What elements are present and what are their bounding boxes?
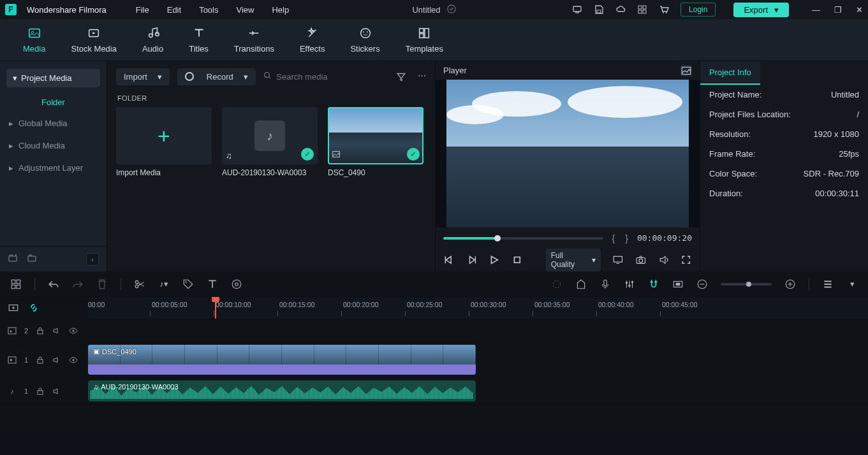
split-icon[interactable] xyxy=(134,278,145,290)
ribbon-audio[interactable]: Audio xyxy=(142,26,163,54)
svg-point-16 xyxy=(366,31,367,32)
audio-clip[interactable]: ♫AUD-20190130-WA0003 xyxy=(88,380,476,401)
browser-toolbar: Import▾ Record▾ ⋯ xyxy=(107,61,435,92)
project-info-tab[interactable]: Project Info xyxy=(700,61,760,85)
sidebar-adjustment[interactable]: ▸Adjustment Layer xyxy=(0,157,107,179)
minimize-button[interactable]: — xyxy=(812,5,820,15)
more-icon[interactable]: ⋯ xyxy=(418,71,426,83)
chevron-down-icon: ▾ xyxy=(13,73,17,83)
folder-tab[interactable]: Folder xyxy=(41,98,65,107)
ruler-tick: 00:00:35:00 xyxy=(534,301,570,308)
close-button[interactable]: ✕ xyxy=(856,5,863,15)
time-ruler[interactable]: 00:00 00:00:05:00 00:00:10:00 00:00:15:0… xyxy=(88,297,868,319)
grid-layout-icon[interactable] xyxy=(10,278,22,290)
add-track-icon[interactable] xyxy=(8,302,19,314)
mute-icon[interactable] xyxy=(52,356,61,365)
lock-icon[interactable] xyxy=(36,356,45,365)
svg-point-35 xyxy=(186,281,187,282)
text-tool-icon[interactable] xyxy=(207,278,218,290)
ribbon-effects[interactable]: Effects xyxy=(300,26,325,54)
volume-icon[interactable] xyxy=(658,254,670,266)
save-icon[interactable] xyxy=(594,4,604,15)
zoom-in-button[interactable] xyxy=(784,278,796,290)
media-item-audio[interactable]: ♪ ♫ ✓ AUD-20190130-WA0003 xyxy=(222,107,318,177)
camera-icon[interactable] xyxy=(635,254,647,266)
menu-file[interactable]: File xyxy=(136,5,149,15)
eye-icon[interactable] xyxy=(69,356,78,365)
fit-icon[interactable] xyxy=(672,278,684,290)
ribbon-transitions[interactable]: Transitions xyxy=(234,26,274,54)
audio-tool-icon[interactable]: ♪▾ xyxy=(158,279,170,289)
undo-button[interactable] xyxy=(48,278,59,290)
video-clip[interactable]: ▣DSC_0490 xyxy=(88,345,476,375)
menu-edit[interactable]: Edit xyxy=(167,5,181,15)
folder-icon[interactable] xyxy=(27,253,37,265)
filter-icon[interactable] xyxy=(396,71,406,83)
play-button[interactable] xyxy=(489,254,500,266)
zoom-slider[interactable] xyxy=(721,283,772,285)
preview-frame[interactable] xyxy=(446,80,689,227)
device-icon[interactable] xyxy=(572,4,582,15)
color-wheel-icon[interactable] xyxy=(231,278,242,290)
search-input[interactable] xyxy=(276,72,388,82)
link-icon[interactable] xyxy=(28,302,40,314)
lock-icon[interactable] xyxy=(36,387,45,396)
media-item-image[interactable]: ✓ DSC_0490 xyxy=(328,107,423,177)
step-back-button[interactable] xyxy=(443,254,455,266)
svg-rect-6 xyxy=(643,10,646,13)
ribbon-media[interactable]: Media xyxy=(23,26,45,54)
ribbon-templates[interactable]: Templates xyxy=(406,26,443,54)
ribbon-stock[interactable]: Stock Media xyxy=(71,26,117,54)
cart-icon[interactable] xyxy=(659,4,669,15)
maximize-button[interactable]: ❐ xyxy=(834,5,842,15)
cloud-icon[interactable] xyxy=(615,4,626,15)
step-forward-button[interactable] xyxy=(466,254,478,266)
menu-tools[interactable]: Tools xyxy=(199,5,218,15)
mic-icon[interactable] xyxy=(600,278,611,290)
mark-in-button[interactable]: { xyxy=(611,233,617,243)
display-icon[interactable] xyxy=(612,254,624,266)
player-scrubber[interactable] xyxy=(443,237,603,240)
doc-title-area: Untitled xyxy=(412,4,455,15)
collapse-sidebar-button[interactable]: ‹ xyxy=(86,253,99,266)
svg-point-34 xyxy=(135,285,138,288)
add-bin-icon[interactable] xyxy=(8,253,18,265)
menu-view[interactable]: View xyxy=(236,5,254,15)
mixer-icon[interactable] xyxy=(624,278,635,290)
export-button[interactable]: Export ▾ xyxy=(733,3,789,17)
import-media-tile[interactable]: + Import Media xyxy=(116,107,212,177)
sidebar-cloud-media[interactable]: ▸Cloud Media xyxy=(0,134,107,157)
tag-icon[interactable] xyxy=(182,278,194,290)
mute-icon[interactable] xyxy=(52,326,61,335)
eye-icon[interactable] xyxy=(69,326,78,335)
lock-icon[interactable] xyxy=(36,326,45,335)
ribbon-stickers[interactable]: Stickers xyxy=(350,26,379,54)
svg-point-53 xyxy=(73,359,75,361)
redo-button[interactable] xyxy=(72,278,84,290)
svg-point-7 xyxy=(663,12,664,13)
marker-icon[interactable] xyxy=(575,278,587,290)
menu-help[interactable]: Help xyxy=(272,5,289,15)
mute-icon[interactable] xyxy=(52,387,61,396)
fullscreen-icon[interactable] xyxy=(680,254,692,266)
export-label: Export xyxy=(744,5,768,15)
record-dropdown[interactable]: Record▾ xyxy=(177,68,256,85)
delete-button[interactable] xyxy=(96,278,108,290)
ribbon-titles[interactable]: Titles xyxy=(189,26,209,54)
timeline: ♪▾ ▾ 00:00 00:00:05:00 00:00:10:00 00:00… xyxy=(0,271,868,432)
target-icon[interactable] xyxy=(551,278,563,290)
zoom-out-button[interactable] xyxy=(696,278,708,290)
svg-rect-17 xyxy=(420,29,423,32)
login-button[interactable]: Login xyxy=(680,3,716,17)
snap-icon[interactable] xyxy=(648,278,659,290)
import-dropdown[interactable]: Import▾ xyxy=(116,68,170,85)
quality-dropdown[interactable]: Full Quality▾ xyxy=(546,249,601,271)
project-media-chip[interactable]: ▾ Project Media xyxy=(6,69,100,87)
chevron-down-icon[interactable]: ▾ xyxy=(846,279,858,289)
sidebar-global-media[interactable]: ▸Global Media xyxy=(0,112,107,134)
stop-button[interactable] xyxy=(511,254,523,266)
apps-grid-icon[interactable] xyxy=(637,4,647,15)
mark-out-button[interactable]: } xyxy=(624,233,629,243)
snapshot-icon[interactable] xyxy=(680,65,692,76)
list-view-icon[interactable] xyxy=(822,278,834,290)
